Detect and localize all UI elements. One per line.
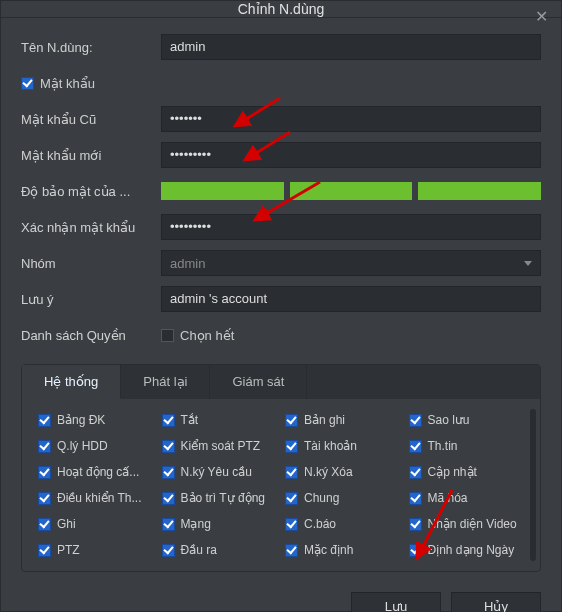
check-icon xyxy=(38,518,51,531)
permission-item[interactable]: Bảng ĐK xyxy=(38,413,154,427)
permission-item[interactable]: C.báo xyxy=(285,517,401,531)
select-all-checkbox[interactable]: Chọn hết xyxy=(161,328,234,343)
group-select[interactable]: admin xyxy=(161,250,541,276)
username-input[interactable]: admin xyxy=(161,34,541,60)
username-label: Tên N.dùng: xyxy=(21,40,161,55)
permission-item[interactable]: Hoạt động cấ... xyxy=(38,465,154,479)
permission-label: Mặc định xyxy=(304,543,353,557)
permission-item[interactable]: Bảo trì Tự động xyxy=(162,491,278,505)
check-icon xyxy=(285,440,298,453)
check-icon xyxy=(285,414,298,427)
permission-label: Ghi xyxy=(57,517,76,531)
permission-item[interactable]: Ghi xyxy=(38,517,154,531)
tab-0[interactable]: Hệ thống xyxy=(22,365,121,399)
tab-body: Bảng ĐKTắtBản ghiSao lưuQ.lý HDDKiểm soá… xyxy=(22,399,540,571)
tab-2[interactable]: Giám sát xyxy=(210,365,307,399)
check-icon xyxy=(38,440,51,453)
close-icon[interactable]: ✕ xyxy=(529,5,553,29)
select-all-label: Chọn hết xyxy=(180,328,234,343)
new-password-label: Mật khẩu mới xyxy=(21,148,161,163)
permission-item[interactable]: Nhận diện Video xyxy=(409,517,525,531)
permissions-label: Danh sách Quyền xyxy=(21,328,161,343)
password-enable-label: Mật khẩu xyxy=(40,76,95,91)
check-icon xyxy=(38,492,51,505)
permission-item[interactable]: Tài khoản xyxy=(285,439,401,453)
permission-label: Điều khiển Th... xyxy=(57,491,141,505)
permission-item[interactable]: Mặc định xyxy=(285,543,401,557)
permission-label: PTZ xyxy=(57,543,80,557)
permission-label: Hoạt động cấ... xyxy=(57,465,139,479)
check-icon xyxy=(38,466,51,479)
cancel-button[interactable]: Hủy xyxy=(451,592,541,612)
check-icon xyxy=(409,544,422,557)
permission-item[interactable]: Cập nhật xyxy=(409,465,525,479)
check-icon xyxy=(162,518,175,531)
permission-item[interactable]: Định dạng Ngày xyxy=(409,543,525,557)
permission-item[interactable]: PTZ xyxy=(38,543,154,557)
check-icon xyxy=(409,414,422,427)
old-password-label: Mật khẩu Cũ xyxy=(21,112,161,127)
permission-label: Mạng xyxy=(181,517,211,531)
check-icon xyxy=(162,440,175,453)
confirm-password-label: Xác nhận mật khẩu xyxy=(21,220,161,235)
check-icon xyxy=(162,492,175,505)
permission-item[interactable]: Tắt xyxy=(162,413,278,427)
permission-item[interactable]: N.ký Yêu cầu xyxy=(162,465,278,479)
permission-item[interactable]: Chung xyxy=(285,491,401,505)
permission-label: Th.tin xyxy=(428,439,458,453)
permission-label: Bản ghi xyxy=(304,413,345,427)
group-label: Nhóm xyxy=(21,256,161,271)
check-icon xyxy=(38,544,51,557)
permission-label: Định dạng Ngày xyxy=(428,543,515,557)
permission-item[interactable]: Th.tin xyxy=(409,439,525,453)
check-icon xyxy=(285,518,298,531)
permission-item[interactable]: Bản ghi xyxy=(285,413,401,427)
permissions-tabs: Hệ thốngPhát lạiGiám sát Bảng ĐKTắtBản g… xyxy=(21,364,541,572)
window-title: Chỉnh N.dùng xyxy=(238,1,325,17)
permission-label: Kiểm soát PTZ xyxy=(181,439,261,453)
check-icon xyxy=(21,77,34,90)
scrollbar[interactable] xyxy=(530,409,536,561)
permission-item[interactable]: Sao lưu xyxy=(409,413,525,427)
permission-label: Nhận diện Video xyxy=(428,517,517,531)
check-icon xyxy=(285,466,298,479)
group-value: admin xyxy=(170,256,205,271)
titlebar: Chỉnh N.dùng ✕ xyxy=(1,1,561,18)
permission-label: Bảo trì Tự động xyxy=(181,491,265,505)
permission-item[interactable]: Đầu ra xyxy=(162,543,278,557)
confirm-password-input[interactable]: ••••••••• xyxy=(161,214,541,240)
check-icon xyxy=(162,466,175,479)
strength-meter xyxy=(161,182,541,200)
permission-item[interactable]: Q.lý HDD xyxy=(38,439,154,453)
check-icon xyxy=(162,414,175,427)
permission-label: Tài khoản xyxy=(304,439,357,453)
check-icon xyxy=(409,492,422,505)
permission-label: Mã hóa xyxy=(428,491,468,505)
note-input[interactable]: admin 's account xyxy=(161,286,541,312)
check-icon xyxy=(409,466,422,479)
old-password-input[interactable]: ••••••• xyxy=(161,106,541,132)
tab-headers: Hệ thốngPhát lạiGiám sát xyxy=(22,365,540,399)
permission-label: Đầu ra xyxy=(181,543,217,557)
permission-item[interactable]: Kiểm soát PTZ xyxy=(162,439,278,453)
edit-user-dialog: Chỉnh N.dùng ✕ Tên N.dùng: admin Mật khẩ… xyxy=(0,0,562,612)
permission-label: Bảng ĐK xyxy=(57,413,105,427)
new-password-input[interactable]: ••••••••• xyxy=(161,142,541,168)
note-label: Lưu ý xyxy=(21,292,161,307)
save-button[interactable]: Lưu xyxy=(351,592,441,612)
check-icon xyxy=(285,492,298,505)
strength-seg xyxy=(418,182,541,200)
strength-seg xyxy=(161,182,284,200)
permission-label: N.ký Xóa xyxy=(304,465,353,479)
permission-label: Q.lý HDD xyxy=(57,439,108,453)
strength-label: Độ bảo mật của ... xyxy=(21,184,161,199)
password-enable-checkbox[interactable]: Mật khẩu xyxy=(21,76,95,91)
tab-1[interactable]: Phát lại xyxy=(121,365,210,399)
permission-item[interactable]: Điều khiển Th... xyxy=(38,491,154,505)
permission-item[interactable]: N.ký Xóa xyxy=(285,465,401,479)
permission-label: Tắt xyxy=(181,413,199,427)
chevron-down-icon xyxy=(524,261,532,266)
permission-item[interactable]: Mã hóa xyxy=(409,491,525,505)
permission-label: Chung xyxy=(304,491,339,505)
permission-item[interactable]: Mạng xyxy=(162,517,278,531)
